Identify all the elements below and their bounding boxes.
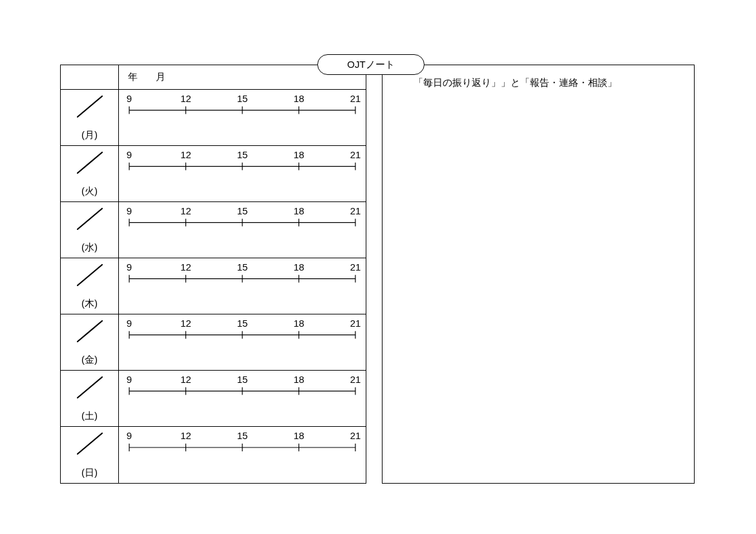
day-row: (土) 912151821 <box>61 371 366 427</box>
day-label: (火) <box>61 185 118 198</box>
day-timeline-cell: 912151821 <box>119 371 366 426</box>
header-date-spacer <box>61 65 119 89</box>
timeline-axis <box>119 90 366 145</box>
month-label: 月 <box>156 71 165 83</box>
day-label: (日) <box>61 467 118 479</box>
year-label: 年 <box>128 71 138 83</box>
day-date-cell: (火) <box>61 146 119 201</box>
svg-line-42 <box>78 433 102 454</box>
days-container: (月) 912151821 (火) 912151821 (水) <box>61 90 366 483</box>
day-date-cell: (水) <box>61 202 119 258</box>
timeline-axis <box>119 371 366 426</box>
svg-line-21 <box>78 265 102 285</box>
timeline-axis <box>119 258 366 314</box>
day-timeline-cell: 912151821 <box>119 90 366 145</box>
day-row: (日) 912151821 <box>61 427 366 483</box>
day-label: (土) <box>61 410 118 422</box>
slash-icon <box>74 320 106 343</box>
svg-line-35 <box>78 377 102 398</box>
day-row: (月) 912151821 <box>61 90 366 146</box>
day-label: (月) <box>61 129 118 141</box>
day-date-cell: (木) <box>61 258 119 314</box>
day-timeline-cell: 912151821 <box>119 427 366 483</box>
title-pill: OJTノート <box>317 54 425 75</box>
day-row: (木) 912151821 <box>61 258 366 314</box>
day-label: (金) <box>61 354 118 366</box>
left-panel: 年 月 (月) 912151821 (火) 912151821 <box>60 65 366 484</box>
svg-line-0 <box>78 96 102 117</box>
right-header: 「毎日の振り返り」」と「報告・連絡・相談」 <box>383 65 694 89</box>
timeline-axis <box>119 427 366 483</box>
slash-icon <box>74 207 106 231</box>
day-row: (火) 912151821 <box>61 146 366 202</box>
day-label: (木) <box>61 298 118 310</box>
svg-line-7 <box>78 152 102 173</box>
slash-icon <box>74 95 106 118</box>
day-timeline-cell: 912151821 <box>119 258 366 314</box>
timeline-axis <box>119 314 366 370</box>
slash-icon <box>74 432 106 455</box>
day-date-cell: (月) <box>61 90 119 145</box>
right-panel: 「毎日の振り返り」」と「報告・連絡・相談」 <box>382 65 695 484</box>
slash-icon <box>74 263 106 287</box>
day-timeline-cell: 912151821 <box>119 314 366 370</box>
day-date-cell: (日) <box>61 427 119 483</box>
svg-line-14 <box>78 209 102 229</box>
day-row: (水) 912151821 <box>61 202 366 258</box>
svg-line-28 <box>78 321 102 342</box>
slash-icon <box>74 376 106 399</box>
slash-icon <box>74 151 106 174</box>
day-timeline-cell: 912151821 <box>119 146 366 201</box>
timeline-axis <box>119 202 366 258</box>
day-row: (金) 912151821 <box>61 314 366 371</box>
day-date-cell: (土) <box>61 371 119 426</box>
day-timeline-cell: 912151821 <box>119 202 366 258</box>
day-label: (水) <box>61 241 118 254</box>
day-date-cell: (金) <box>61 314 119 370</box>
timeline-axis <box>119 146 366 201</box>
